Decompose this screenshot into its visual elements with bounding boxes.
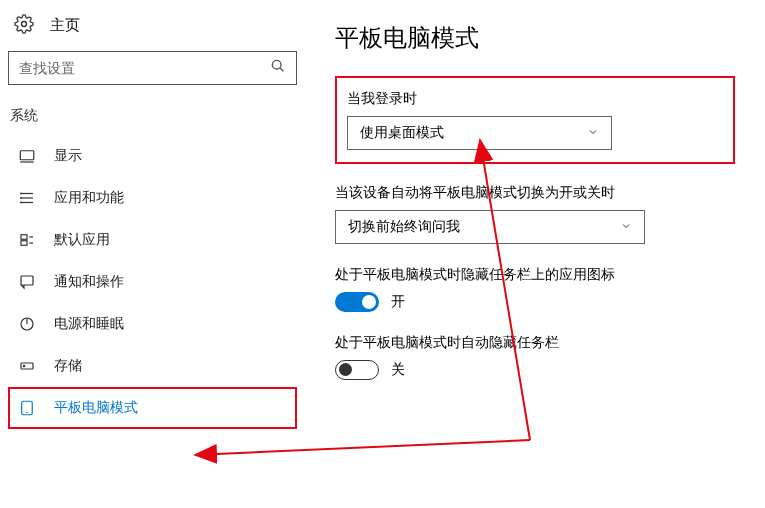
power-icon [18,315,36,333]
sidebar-item-power[interactable]: 电源和睡眠 [8,303,297,345]
sidebar-item-label: 电源和睡眠 [54,315,124,333]
sidebar-item-display[interactable]: 显示 [8,135,297,177]
auto-hide-taskbar-label: 处于平板电脑模式时自动隐藏任务栏 [335,334,735,352]
svg-point-8 [21,193,22,194]
section-header: 系统 [8,103,297,135]
sidebar-item-label: 显示 [54,147,82,165]
login-mode-dropdown[interactable]: 使用桌面模式 [347,116,612,150]
hide-icons-toggle[interactable] [335,292,379,312]
svg-point-0 [22,22,27,27]
chevron-down-icon [620,219,632,235]
auto-switch-label: 当该设备自动将平板电脑模式切换为开或关时 [335,184,735,202]
hide-icons-group: 处于平板电脑模式时隐藏任务栏上的应用图标 开 [335,266,735,312]
sidebar-item-default-apps[interactable]: 默认应用 [8,219,297,261]
tablet-icon [18,399,36,417]
svg-rect-3 [20,151,34,160]
toggle-state: 开 [391,293,405,311]
sidebar-item-tablet-mode[interactable]: 平板电脑模式 [8,387,297,429]
hide-icons-label: 处于平板电脑模式时隐藏任务栏上的应用图标 [335,266,735,284]
sidebar-item-storage[interactable]: 存储 [8,345,297,387]
svg-line-2 [280,68,283,71]
home-label: 主页 [50,16,80,35]
sidebar-item-label: 平板电脑模式 [54,399,138,417]
auto-hide-taskbar-group: 处于平板电脑模式时自动隐藏任务栏 关 [335,334,735,380]
search-icon [270,58,286,78]
dropdown-value: 使用桌面模式 [360,124,444,142]
monitor-icon [18,147,36,165]
svg-point-1 [272,60,281,69]
sidebar: 主页 系统 显示 应用和功能 [0,0,305,508]
dropdown-value: 切换前始终询问我 [348,218,460,236]
content: 平板电脑模式 当我登录时 使用桌面模式 当该设备自动将平板电脑模式切换为开或关时… [305,0,765,508]
svg-rect-11 [21,235,27,240]
storage-icon [18,357,36,375]
page-title: 平板电脑模式 [335,22,735,54]
svg-point-10 [21,202,22,203]
gear-icon [14,14,34,37]
toggle-state: 关 [391,361,405,379]
auto-switch-group: 当该设备自动将平板电脑模式切换为开或关时 切换前始终询问我 [335,184,735,244]
svg-rect-12 [21,241,27,246]
sidebar-item-notifications[interactable]: 通知和操作 [8,261,297,303]
svg-rect-15 [21,276,33,285]
search-box[interactable] [8,51,297,85]
auto-hide-taskbar-toggle[interactable] [335,360,379,380]
sidebar-item-apps[interactable]: 应用和功能 [8,177,297,219]
svg-point-19 [23,365,25,367]
home-link[interactable]: 主页 [8,6,297,51]
auto-switch-dropdown[interactable]: 切换前始终询问我 [335,210,645,244]
svg-point-9 [21,198,22,199]
default-apps-icon [18,231,36,249]
notifications-icon [18,273,36,291]
sidebar-item-label: 应用和功能 [54,189,124,207]
sidebar-item-label: 通知和操作 [54,273,124,291]
login-mode-group: 当我登录时 使用桌面模式 [335,76,735,164]
sidebar-item-label: 默认应用 [54,231,110,249]
login-label: 当我登录时 [347,90,723,108]
chevron-down-icon [587,125,599,141]
apps-icon [18,189,36,207]
search-input[interactable] [19,60,270,76]
sidebar-item-label: 存储 [54,357,82,375]
